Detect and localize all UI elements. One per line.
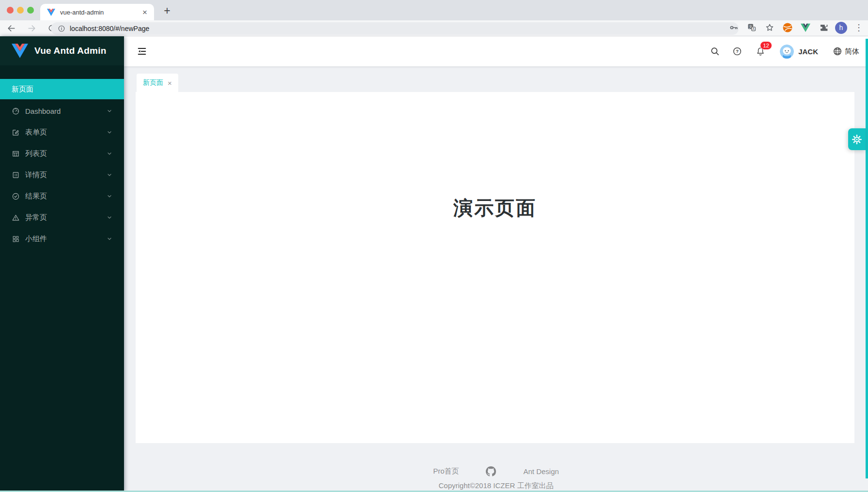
zoom-window-button[interactable] xyxy=(27,7,34,14)
sidebar-item-dashboard[interactable]: Dashboard xyxy=(0,101,124,121)
sidebar-item-new-page[interactable]: 新页面 xyxy=(0,79,124,99)
sidebar-item-label: 详情页 xyxy=(25,170,47,180)
page-tab-close-icon[interactable]: × xyxy=(168,79,172,87)
sidebar-item-list[interactable]: 列表页 xyxy=(0,144,124,163)
sidebar-item-exception[interactable]: 异常页 xyxy=(0,208,124,227)
forward-icon xyxy=(25,22,38,34)
chevron-down-icon xyxy=(107,172,112,178)
favicon-vue-logo xyxy=(47,9,55,16)
form-icon xyxy=(12,128,20,137)
footer-link-ant-design[interactable]: Ant Design xyxy=(523,467,558,476)
app-title: Vue Antd Admin xyxy=(34,46,106,56)
footer-link-pro-home[interactable]: Pro首页 xyxy=(433,467,459,476)
minimize-window-button[interactable] xyxy=(17,7,24,14)
sidebar-item-label: Dashboard xyxy=(25,107,61,115)
browser-menu-icon[interactable]: ⋮ xyxy=(852,21,865,34)
vue-devtools-icon[interactable] xyxy=(799,21,812,34)
new-tab-button[interactable]: + xyxy=(161,4,173,17)
chevron-down-icon xyxy=(107,129,112,135)
tab-close-icon[interactable]: × xyxy=(140,8,149,16)
sidebar: Vue Antd Admin 新页面 Dashboard 表单页 xyxy=(0,36,124,492)
bookmark-star-icon[interactable] xyxy=(763,21,776,34)
page-tab-label: 新页面 xyxy=(143,78,163,87)
page-tab-new-page[interactable]: 新页面 × xyxy=(137,74,178,92)
browser-tab[interactable]: vue-antd-admin × xyxy=(40,4,154,20)
sidebar-item-result[interactable]: 结果页 xyxy=(0,186,124,206)
chevron-down-icon xyxy=(107,215,112,220)
chevron-down-icon xyxy=(107,236,112,242)
extensions-puzzle-icon[interactable] xyxy=(817,21,830,34)
sidebar-item-label: 异常页 xyxy=(25,213,47,222)
browser-tab-title: vue-antd-admin xyxy=(60,9,140,16)
sidebar-item-label: 结果页 xyxy=(25,192,47,201)
sidebar-item-label: 新页面 xyxy=(12,85,33,94)
back-icon[interactable] xyxy=(5,22,17,34)
sidebar-item-widgets[interactable]: 小组件 xyxy=(0,229,124,248)
browser-window: vue-antd-admin × + localhost:8080/#/newP… xyxy=(0,0,868,492)
chevron-down-icon xyxy=(107,151,112,156)
content-card: 演示页面 xyxy=(136,92,854,443)
menu-fold-icon[interactable] xyxy=(137,46,147,57)
warning-icon xyxy=(12,214,20,222)
dashboard-icon xyxy=(12,107,20,115)
sidebar-item-detail[interactable]: 详情页 xyxy=(0,165,124,184)
sidebar-menu: 新页面 Dashboard 表单页 xyxy=(0,65,124,248)
search-icon[interactable] xyxy=(710,46,720,56)
sidebar-item-form[interactable]: 表单页 xyxy=(0,123,124,142)
sidebar-item-label: 列表页 xyxy=(25,149,47,158)
language-switcher[interactable]: 简体 xyxy=(833,46,859,56)
footer-links: Pro首页 Ant Design xyxy=(124,466,868,477)
language-label: 简体 xyxy=(845,47,859,56)
gear-icon xyxy=(851,134,863,145)
browser-tabstrip: vue-antd-admin × + xyxy=(0,0,868,20)
app-header: ? 12 JACK 简体 xyxy=(124,36,868,66)
sidebar-item-label: 表单页 xyxy=(25,128,47,137)
app-logo[interactable]: Vue Antd Admin xyxy=(0,36,124,65)
appstore-icon xyxy=(12,235,20,243)
notifications[interactable]: 12 xyxy=(756,46,765,56)
github-icon[interactable] xyxy=(486,466,496,477)
footer-copyright: Copyright©2018 ICZER 工作室出品 xyxy=(124,481,868,491)
vue-logo-icon xyxy=(12,44,28,58)
svg-text:?: ? xyxy=(736,49,739,54)
browser-profile-avatar[interactable]: h xyxy=(835,22,847,34)
profile-icon xyxy=(12,171,20,179)
check-circle-icon xyxy=(12,192,20,200)
window-controls xyxy=(7,7,34,14)
address-bar[interactable]: localhost:8080/#/newPage xyxy=(51,22,739,35)
main-area: 新页面 × 演示页面 Pro首页 Ant Design Copyright©20… xyxy=(124,66,868,492)
user-avatar[interactable] xyxy=(780,45,794,59)
username[interactable]: JACK xyxy=(798,47,818,56)
help-icon[interactable]: ? xyxy=(732,46,742,56)
close-window-button[interactable] xyxy=(7,7,14,14)
settings-gear-button[interactable] xyxy=(848,128,866,150)
sidebar-item-label: 小组件 xyxy=(25,234,47,244)
chevron-down-icon xyxy=(107,108,112,114)
settings-drawer-edge xyxy=(866,39,868,478)
password-key-icon[interactable] xyxy=(728,21,740,34)
page-info-icon[interactable] xyxy=(58,25,65,32)
svg-text:A: A xyxy=(752,27,755,31)
url-text[interactable]: localhost:8080/#/newPage xyxy=(70,25,149,32)
notification-badge: 12 xyxy=(760,41,772,50)
extension-orange-icon[interactable] xyxy=(781,21,794,34)
table-icon xyxy=(12,150,20,158)
globe-icon xyxy=(833,46,842,56)
translate-icon[interactable]: 文A xyxy=(745,21,758,34)
page-title: 演示页面 xyxy=(136,92,854,221)
chevron-down-icon xyxy=(107,193,112,199)
